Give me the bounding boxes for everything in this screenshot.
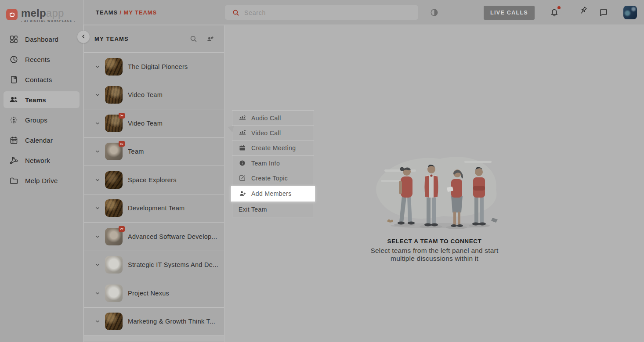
menu-item-audio-call[interactable]: Audio Call [232,111,314,126]
user-avatar[interactable] [623,6,637,19]
team-row[interactable]: Project Nexus [84,279,224,308]
teams-panel-header: MY TEAMS [84,25,224,53]
groups-icon [9,115,18,125]
teams-panel: MY TEAMS The Digital Pioneers [84,25,224,342]
chevron-down-icon[interactable] [94,262,101,268]
menu-item-label: Team Info [251,160,280,167]
sidebar-item-network[interactable]: Network [4,152,80,169]
topbar-actions: LIVE CALLS [484,0,637,25]
search-icon[interactable] [189,35,198,43]
team-name: The Digital Pioneers [128,63,188,70]
chevron-down-icon[interactable] [94,148,101,155]
topbar: TEAMS / MY TEAMS LIVE CALLS [83,0,644,25]
sidebar-item-calendar[interactable]: Calendar [4,132,80,148]
breadcrumb-current: MY TEAMS [124,9,157,16]
team-name: Advanced Software Develop... [128,233,217,240]
chevron-down-icon[interactable] [94,64,101,70]
team-row[interactable]: Marketing & Growth Think T... [84,308,224,336]
team-row[interactable]: Development Team [84,194,224,223]
network-icon [9,155,18,165]
team-row[interactable]: Video Team [84,81,224,110]
chevron-down-icon[interactable] [94,92,101,98]
menu-item-add-members[interactable]: Add Members [231,186,315,202]
audio-call-icon [239,114,246,122]
teams-panel-title: MY TEAMS [94,36,181,42]
chevron-down-icon[interactable] [94,205,101,211]
team-avatar [105,171,123,189]
collapse-panel-button[interactable] [77,31,90,43]
bell-icon[interactable] [550,8,559,18]
sidebar-item-dashboard[interactable]: Dashboard [4,31,80,47]
chevron-down-icon[interactable] [94,318,101,324]
breadcrumb-separator: / [120,9,122,16]
half-moon-icon[interactable] [430,8,439,17]
lock-badge-icon [119,141,125,147]
contacts-icon [9,75,18,84]
menu-item-team-info[interactable]: Team Info [232,156,314,171]
team-row[interactable]: Strategic IT Systems And De... [84,251,224,280]
chevron-down-icon[interactable] [94,290,101,296]
menu-item-create-topic[interactable]: Create Topic [232,171,314,186]
chat-icon[interactable] [599,8,608,18]
menu-item-video-call[interactable]: Video Call [232,126,314,140]
sidebar-item-contacts[interactable]: Contacts [4,71,80,88]
sidebar-item-melp-drive[interactable]: Melp Drive [4,172,80,189]
breadcrumb: TEAMS / MY TEAMS [96,9,157,16]
brand-bold: melp [21,7,46,19]
chevron-down-icon[interactable] [94,234,101,240]
search-icon [232,9,240,17]
dashboard-icon [9,34,18,44]
sidebar-item-groups[interactable]: Groups [4,112,80,128]
team-row[interactable]: Team [84,138,224,166]
menu-item-create-meeting[interactable]: Create Meeting [232,141,314,156]
lock-badge-icon [119,226,125,232]
team-name: Team [128,148,144,155]
folder-icon [9,176,18,185]
sidebar-item-teams[interactable]: Teams [4,91,80,108]
create-meeting-icon [239,144,246,152]
app-tagline: - AI DIGITAL WORKPLACE - [21,19,76,22]
team-name: Project Nexus [128,290,169,297]
sidebar-item-label: Teams [25,96,46,104]
calendar-icon [9,135,18,145]
add-team-icon[interactable] [206,35,214,43]
chevron-left-icon [81,34,86,40]
app-logo[interactable]: melpapp - AI DIGITAL WORKPLACE - [0,0,83,27]
team-row[interactable]: Space Explorers [84,166,224,194]
chevron-down-icon[interactable] [94,120,101,126]
team-name: Strategic IT Systems And De... [128,261,218,268]
team-row[interactable]: Video Team [84,109,224,138]
team-row[interactable]: The Digital Pioneers [84,53,224,81]
team-avatar [105,199,123,217]
sidebar-item-label: Contacts [25,76,52,83]
team-name: Space Explorers [128,176,177,184]
team-avatar [105,86,123,104]
brand-light: app [46,7,64,19]
team-name: Marketing & Growth Think T... [128,318,215,325]
sidebar-item-recents[interactable]: Recents [4,51,80,68]
live-calls-button[interactable]: LIVE CALLS [484,6,535,20]
app-name: melpapp - AI DIGITAL WORKPLACE - [21,8,76,22]
team-avatar [105,115,123,132]
menu-item-exit-team[interactable]: Exit Team [232,202,314,217]
team-row[interactable]: Advanced Software Develop... [84,223,224,251]
sidebar-item-label: Groups [25,116,47,124]
sidebar-item-label: Melp Drive [25,177,58,184]
team-avatar [105,256,123,274]
melp-app-window: melpapp - AI DIGITAL WORKPLACE - Dashboa… [0,0,644,342]
sidebar-nav: Dashboard Recents Contacts Teams Groups … [0,31,83,189]
search-input[interactable] [244,9,411,16]
pin-icon[interactable] [574,8,584,18]
teams-icon [9,95,18,104]
melp-logo-icon [6,9,18,20]
team-name: Development Team [128,205,185,212]
add-members-icon [239,190,246,198]
team-info-icon [239,159,246,167]
lock-badge-icon [119,113,125,119]
breadcrumb-root[interactable]: TEAMS [96,9,118,16]
create-topic-icon [239,174,246,182]
next-row-partial [84,336,224,342]
team-avatar [105,313,123,330]
sidebar-item-label: Network [25,157,50,164]
chevron-down-icon[interactable] [94,177,101,183]
